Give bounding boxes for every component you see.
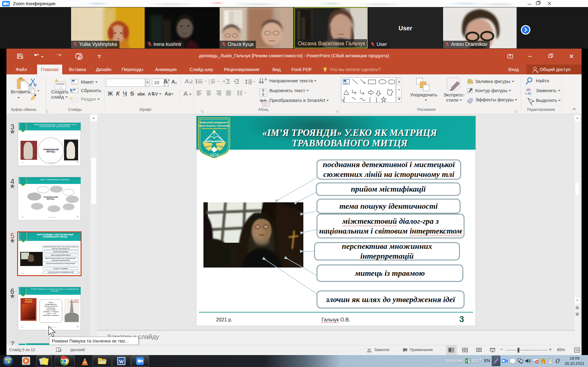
- svg-text:2: 2: [209, 81, 210, 83]
- svg-text:A: A: [264, 77, 267, 81]
- svg-text:1: 1: [209, 79, 210, 81]
- svg-text:W: W: [119, 359, 124, 365]
- svg-text:ac: ac: [527, 91, 532, 95]
- svg-text:3: 3: [209, 83, 210, 84]
